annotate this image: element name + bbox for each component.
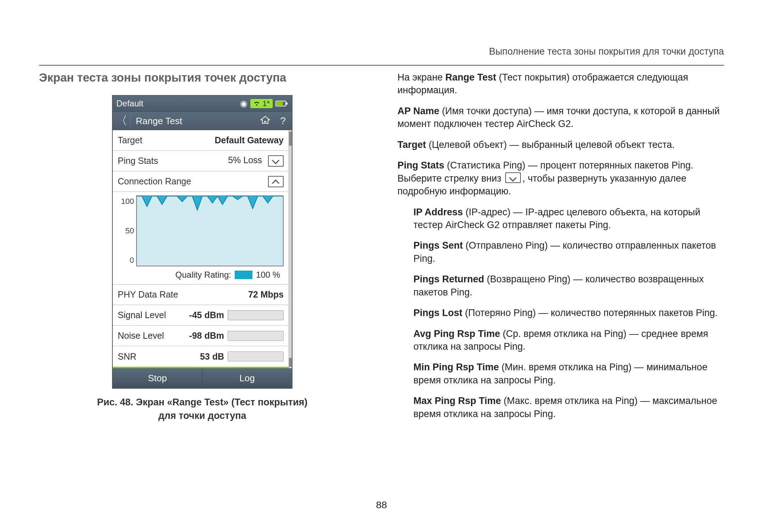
target-value: Default Gateway [215, 135, 284, 145]
wifi-icon [253, 101, 260, 106]
battery-icon [275, 100, 288, 107]
row-ping-stats[interactable]: Ping Stats 5% Loss [113, 151, 289, 171]
scrollbar-thumb-bottom[interactable] [289, 358, 292, 367]
figure-caption: Рис. 48. Экран «Range Test» (Тест покрыт… [39, 396, 366, 423]
section-heading: Экран теста зоны покрытия точек доступа [39, 71, 366, 84]
noise-label: Noise Level [118, 331, 182, 341]
ytick-0: 0 [130, 256, 134, 265]
phy-value: 72 Mbps [248, 289, 284, 300]
footer-buttons: Stop Log [113, 368, 292, 388]
phy-label: PHY Data Rate [118, 289, 178, 300]
caption-line-1: Рис. 48. Экран «Range Test» (Тест покрыт… [39, 396, 366, 409]
max-ping-paragraph: Max Ping Rsp Time (Макс. время отклика н… [413, 394, 724, 420]
channel-text: 1* [262, 99, 270, 108]
signal-bar [228, 310, 284, 320]
ping-stats-value: 5% Loss [228, 155, 262, 165]
ping-stats-paragraph: Ping Stats (Статистика Ping) — процент п… [397, 159, 724, 198]
chevron-down-icon[interactable] [268, 155, 284, 167]
scrollbar[interactable] [289, 130, 292, 368]
connection-range-chart: 100 50 0 Quality Rating: [113, 192, 289, 284]
ping-stats-label: Ping Stats [118, 156, 158, 166]
pings-returned-paragraph: Pings Returned (Возвращено Ping) — колич… [413, 273, 724, 299]
signal-label: Signal Level [118, 310, 182, 320]
target-paragraph: Target (Целевой объект) — выбранный целе… [397, 138, 724, 151]
caption-line-2: для точки доступа [39, 409, 366, 423]
min-ping-paragraph: Min Ping Rsp Time (Мин. время отклика на… [413, 361, 724, 387]
profile-name: Default [116, 99, 237, 109]
row-snr[interactable]: SNR 53 dB [113, 346, 289, 367]
signal-value: -45 dBm [182, 310, 228, 320]
svg-rect-2 [286, 102, 288, 105]
ytick-50: 50 [126, 226, 134, 235]
description-text: На экране Range Test (Тест покрытия) ото… [397, 71, 724, 428]
page-number: 88 [376, 499, 387, 511]
scrollbar-thumb[interactable] [289, 132, 292, 146]
chart-y-axis: 100 50 0 [116, 195, 136, 266]
noise-bar [228, 331, 284, 341]
pings-sent-paragraph: Pings Sent (Отправлено Ping) — количеств… [413, 239, 724, 265]
target-label: Target [118, 135, 142, 145]
noise-value: -98 dBm [182, 331, 228, 341]
intro-paragraph: На экране Range Test (Тест покрытия) ото… [397, 71, 724, 97]
svg-rect-1 [277, 102, 283, 105]
stop-button[interactable]: Stop [113, 368, 202, 388]
header-rule [39, 65, 724, 66]
ytick-100: 100 [121, 197, 134, 206]
ip-address-paragraph: IP Address (IP-адрес) — IP-адрес целевог… [413, 206, 724, 232]
chevron-up-icon[interactable] [268, 176, 284, 187]
quality-rating-label: Quality Rating: [176, 270, 231, 280]
device-screenshot: Default ◉ 1* 〈 [112, 95, 293, 389]
connection-range-label: Connection Range [118, 176, 191, 187]
quality-block-icon [235, 271, 252, 279]
chevron-down-icon [505, 172, 521, 183]
home-button[interactable] [256, 115, 274, 127]
quality-rating-value: 100 % [256, 270, 280, 280]
avg-ping-paragraph: Avg Ping Rsp Time (Ср. время отклика на … [413, 327, 724, 353]
row-noise-level[interactable]: Noise Level -98 dBm [113, 326, 289, 346]
running-head: Выполнение теста зоны покрытия для точки… [489, 46, 724, 57]
title-bar: 〈 Range Test ? [113, 111, 292, 130]
log-button[interactable]: Log [202, 368, 292, 388]
snr-value: 53 dB [182, 351, 228, 362]
back-button[interactable]: 〈 [113, 113, 131, 129]
screen-title: Range Test [131, 116, 256, 127]
globe-icon: ◉ [240, 99, 247, 109]
help-button[interactable]: ? [274, 115, 292, 127]
status-bar: Default ◉ 1* [113, 96, 292, 111]
row-signal-level[interactable]: Signal Level -45 dBm [113, 305, 289, 326]
row-phy-rate[interactable]: PHY Data Rate 72 Mbps [113, 284, 289, 305]
snr-bar [228, 351, 284, 361]
row-connection-range[interactable]: Connection Range [113, 171, 289, 192]
row-target[interactable]: Target Default Gateway [113, 130, 289, 151]
channel-badge: 1* [250, 99, 273, 108]
snr-label: SNR [118, 351, 182, 362]
ap-name-paragraph: AP Name (Имя точки доступа) — имя точки … [397, 105, 724, 131]
chart-plot-area [136, 195, 284, 266]
pings-lost-paragraph: Pings Lost (Потеряно Ping) — количество … [413, 306, 724, 319]
